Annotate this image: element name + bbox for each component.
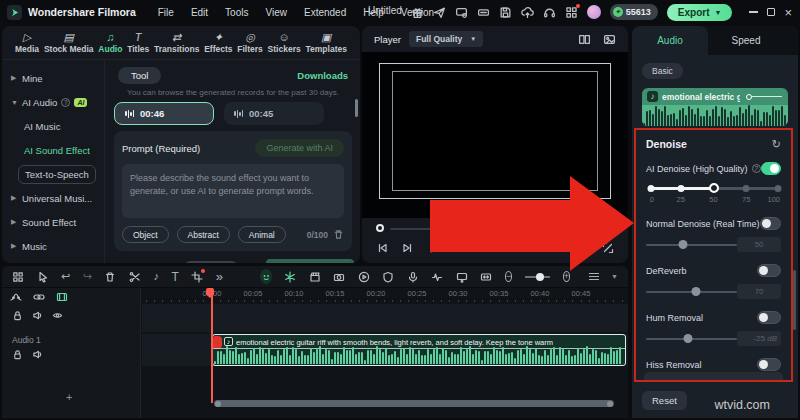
tab-templates[interactable]: ▣Templates: [306, 32, 347, 54]
help-icon[interactable]: ?: [752, 164, 761, 173]
keyframe-icon[interactable]: [10, 291, 22, 303]
basic-pill[interactable]: Basic: [642, 63, 683, 79]
normal-denoise-slider[interactable]: [646, 240, 737, 250]
tag-abstract[interactable]: Abstract: [177, 226, 230, 243]
sidebar-item-ai-audio[interactable]: ▼AI Audio?AI: [2, 90, 104, 114]
film-track-icon[interactable]: [56, 291, 68, 303]
minimize-button[interactable]: [749, 11, 758, 13]
dereverb-value[interactable]: 70: [737, 284, 781, 299]
snapshot-icon[interactable]: [603, 33, 616, 46]
sidebar-item-sound-effect[interactable]: ▶Sound Effect: [2, 210, 104, 234]
preview-render-icon[interactable]: [358, 271, 370, 283]
generated-clip-2[interactable]: 00:45: [224, 102, 324, 125]
next-frame-button[interactable]: [402, 242, 414, 254]
tab-audio-properties[interactable]: Audio: [632, 26, 708, 55]
restore-button[interactable]: [767, 8, 775, 16]
audio-tool-icon[interactable]: ♪: [153, 271, 159, 282]
link-clips-icon[interactable]: [33, 291, 45, 303]
tag-object[interactable]: Object: [122, 226, 169, 243]
menu-edit[interactable]: Edit: [191, 7, 208, 18]
downloads-link[interactable]: Downloads: [297, 70, 348, 81]
sidebar-item-mine[interactable]: ▶Mine: [2, 66, 104, 90]
delete-icon[interactable]: [104, 271, 116, 283]
select-cursor-icon[interactable]: [37, 271, 49, 283]
slider-handle[interactable]: [709, 183, 719, 193]
tab-titles[interactable]: TTitles: [127, 32, 149, 54]
prompt-input[interactable]: Please describe the sound effect you wan…: [122, 164, 344, 218]
previous-frame-button[interactable]: [376, 242, 388, 254]
video-track[interactable]: [142, 304, 628, 332]
more-tools-icon[interactable]: »: [216, 270, 223, 283]
mute-track-icon[interactable]: [32, 310, 43, 321]
add-track-button[interactable]: +: [66, 391, 72, 403]
tab-effects[interactable]: ✦Effects: [204, 32, 232, 54]
hiss-removal-toggle[interactable]: [757, 358, 781, 371]
menu-tools[interactable]: Tools: [225, 7, 248, 18]
generated-clip-1[interactable]: 00:46: [114, 102, 214, 125]
smart-cutout-icon[interactable]: [260, 269, 272, 284]
dereverb-slider[interactable]: [646, 287, 737, 297]
refresh-icon[interactable]: ↻: [247, 262, 257, 264]
trash-icon[interactable]: [333, 229, 344, 240]
selected-audio-card[interactable]: ♪ emotional electric g...: [642, 88, 788, 126]
media-grid-icon[interactable]: [12, 271, 24, 283]
sidebar-item-text-to-speech[interactable]: Text-to-Speech: [2, 162, 104, 186]
camera-icon[interactable]: [333, 271, 345, 283]
tab-filters[interactable]: ◎Filters: [237, 32, 263, 54]
tab-transitions[interactable]: ⇄Transitions: [154, 32, 199, 54]
lock-track-icon[interactable]: [12, 310, 23, 321]
feedback-icon[interactable]: [455, 6, 468, 19]
cloud-upload-icon[interactable]: [521, 6, 534, 19]
sidebar-item-universal-music[interactable]: ▶Universal Musi...: [2, 186, 104, 210]
menu-extended[interactable]: Extended: [304, 7, 346, 18]
properties-scrollbar[interactable]: [793, 270, 796, 330]
shield-icon[interactable]: [382, 271, 394, 283]
clapper-icon[interactable]: [309, 271, 321, 283]
quality-dropdown[interactable]: Full Quality▼: [409, 31, 483, 47]
mute-track-icon[interactable]: [32, 349, 43, 360]
tab-stock-media[interactable]: ▤Stock Media: [44, 32, 94, 54]
tab-stickers[interactable]: ☺Stickers: [268, 32, 301, 54]
tag-animal[interactable]: Animal: [238, 226, 286, 243]
sidebar-item-ai-sound-effect[interactable]: AI Sound Effect: [2, 138, 104, 162]
timeline-ruler[interactable]: 00:0000:0500:1000:1500:2000:2500:3000:35…: [142, 288, 628, 303]
gift-icon[interactable]: [411, 6, 424, 19]
help-icon[interactable]: ?: [61, 98, 70, 107]
redo-icon[interactable]: ↪: [83, 271, 92, 282]
apps-grid-icon[interactable]: [565, 6, 578, 19]
text-tool-icon[interactable]: T: [171, 271, 178, 283]
hide-track-icon[interactable]: [52, 310, 63, 321]
hum-removal-value[interactable]: -25dB: [737, 331, 781, 346]
share-icon[interactable]: [433, 6, 446, 19]
dereverb-toggle[interactable]: [757, 264, 781, 277]
sidebar-item-music[interactable]: ▶Music: [2, 234, 104, 258]
menu-view[interactable]: View: [265, 7, 287, 18]
sidebar-item-ai-music[interactable]: AI Music: [2, 114, 104, 138]
credits-balance[interactable]: ✦ 55613: [610, 4, 658, 20]
generate-with-ai-button[interactable]: Generate with AI: [255, 139, 344, 157]
tab-media[interactable]: ▷Media: [15, 32, 39, 54]
normal-denoise-toggle[interactable]: [760, 217, 781, 230]
support-icon[interactable]: [543, 6, 556, 19]
generate-button[interactable]: Generate ✦ 30: [266, 259, 355, 263]
tab-audio[interactable]: ♫Audio: [98, 32, 122, 54]
menu-file[interactable]: File: [158, 7, 174, 18]
hum-removal-slider[interactable]: [646, 334, 737, 344]
save-icon[interactable]: [499, 6, 512, 19]
denoise-reset-icon[interactable]: ↻: [772, 139, 781, 149]
voiceover-mic-icon[interactable]: [407, 271, 419, 283]
tool-tab[interactable]: Tool: [118, 67, 161, 84]
user-avatar[interactable]: [587, 5, 601, 19]
undo-icon[interactable]: ↩: [61, 271, 70, 282]
split-scissors-icon[interactable]: [129, 271, 141, 283]
reset-button[interactable]: Reset: [642, 391, 687, 410]
export-button[interactable]: Export▼: [667, 4, 733, 21]
close-button[interactable]: ×: [784, 6, 792, 19]
hum-removal-toggle[interactable]: [757, 311, 781, 324]
split-view-icon[interactable]: [578, 33, 591, 46]
tab-speed[interactable]: Speed: [708, 26, 784, 55]
audio-clip[interactable]: ♪ emotional electric guitar riff with sm…: [212, 334, 626, 366]
panel-scrollbar[interactable]: [355, 99, 359, 117]
normal-denoise-value[interactable]: 50: [737, 237, 781, 252]
crop-icon[interactable]: [191, 271, 203, 283]
